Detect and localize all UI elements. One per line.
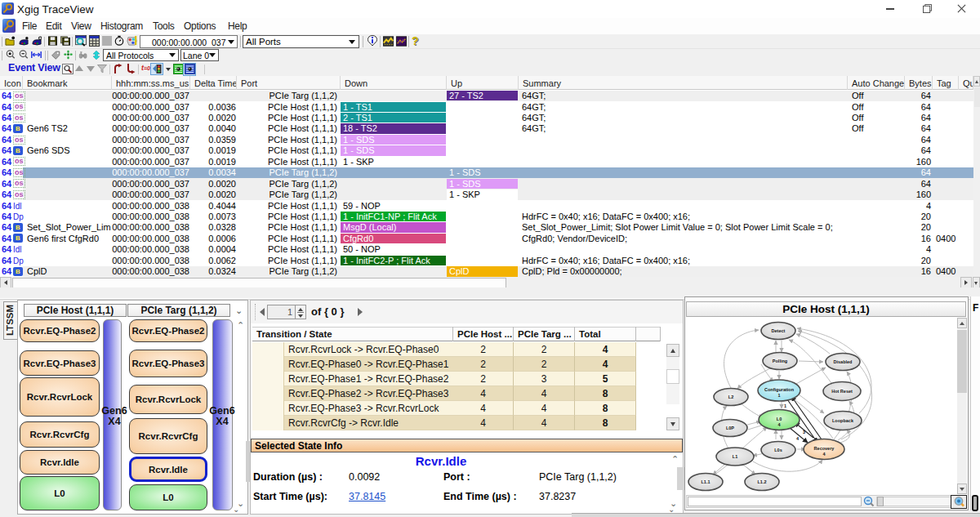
svg-text:Recovery: Recovery [814,446,835,451]
svg-text:L0: L0 [777,417,782,421]
svg-text:L1: L1 [733,454,737,459]
svg-text:L2: L2 [728,394,733,399]
svg-text:Configuration: Configuration [764,387,795,392]
svg-text:1: 1 [784,403,786,408]
svg-text:L0s: L0s [774,448,782,452]
svg-text:Hot Reset: Hot Reset [831,389,853,394]
svg-text:Loopback: Loopback [832,418,854,423]
svg-text:L0P: L0P [726,426,734,430]
svg-text:3: 3 [803,430,805,435]
svg-text:L1.1: L1.1 [701,479,710,484]
svg-text:4: 4 [796,436,800,441]
svg-text:Detect: Detect [772,328,786,333]
svg-text:Disabled: Disabled [834,359,853,364]
svg-text:L1.2: L1.2 [757,479,766,484]
svg-text:Polling: Polling [773,359,787,363]
svg-text:1: 1 [777,393,780,398]
